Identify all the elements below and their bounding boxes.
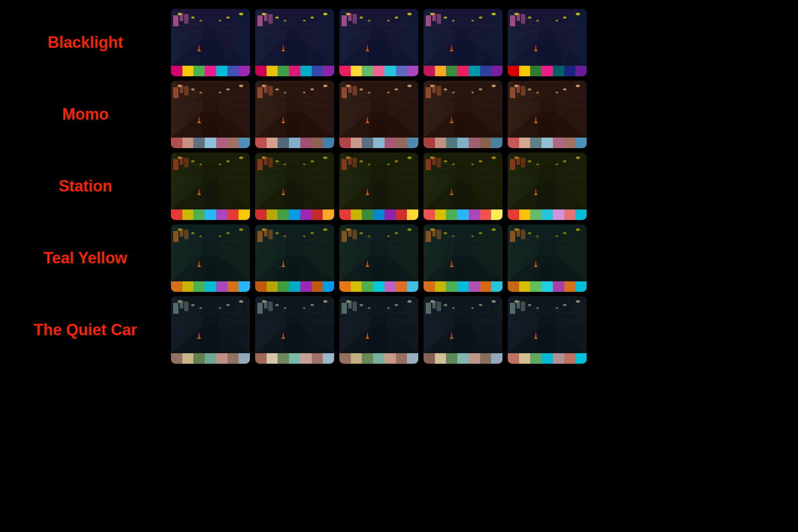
swatch-quiet-0-4 <box>216 353 228 364</box>
swatch-blacklight-4-1 <box>519 66 531 76</box>
svg-point-41 <box>284 20 286 21</box>
swatch-blacklight-0-5 <box>228 66 239 76</box>
svg-rect-531 <box>510 231 515 242</box>
card-momo-1[interactable] <box>255 81 334 148</box>
card-blacklight-1[interactable] <box>255 9 334 76</box>
card-teal-2[interactable] <box>339 224 418 292</box>
card-teal-0[interactable] <box>171 224 250 292</box>
card-momo-0[interactable] <box>171 81 250 148</box>
swatch-quiet-4-3 <box>542 353 553 364</box>
card-station-1[interactable] <box>255 153 334 220</box>
svg-rect-72 <box>342 15 347 26</box>
swatch-blacklight-2-5 <box>396 66 407 76</box>
svg-point-339 <box>407 156 412 159</box>
svg-rect-562 <box>197 338 201 339</box>
card-momo-3[interactable] <box>424 81 502 148</box>
svg-point-175 <box>275 89 279 91</box>
card-quiet-2[interactable] <box>339 296 418 364</box>
swatch-blacklight-2-0 <box>339 66 351 76</box>
card-quiet-1[interactable] <box>255 296 334 364</box>
swatch-station-1-6 <box>323 209 334 220</box>
swatch-teal-3-3 <box>457 281 469 292</box>
swatch-teal-2-1 <box>351 281 362 292</box>
svg-point-313 <box>310 160 314 163</box>
card-quiet-0[interactable] <box>171 296 250 364</box>
svg-rect-46 <box>264 13 267 21</box>
svg-rect-234 <box>426 87 431 98</box>
card-station-2[interactable] <box>339 153 418 220</box>
swatch-station-3-0 <box>424 209 435 220</box>
svg-point-634 <box>444 304 447 306</box>
card-blacklight-3[interactable] <box>424 9 502 76</box>
swatch-momo-2-0 <box>339 138 351 148</box>
card-image-quiet-3 <box>424 296 502 353</box>
card-blacklight-0[interactable] <box>171 9 250 76</box>
svg-point-501 <box>492 228 496 231</box>
svg-rect-613 <box>348 301 352 309</box>
card-teal-1[interactable] <box>255 224 334 292</box>
svg-point-583 <box>310 304 314 306</box>
swatch-station-2-5 <box>396 209 407 220</box>
svg-point-70 <box>395 17 398 19</box>
card-momo-2[interactable] <box>339 81 418 148</box>
svg-rect-208 <box>348 85 352 93</box>
svg-rect-666 <box>510 303 515 314</box>
swatch-momo-2-1 <box>351 138 362 148</box>
card-teal-4[interactable] <box>508 224 587 292</box>
swatch-station-1-2 <box>278 209 289 220</box>
swatch-blacklight-0-3 <box>205 66 216 76</box>
row-blacklight: Blacklight <box>0 9 798 76</box>
svg-rect-343 <box>348 157 352 165</box>
cards-container-quiet <box>171 296 587 364</box>
svg-point-152 <box>219 92 221 93</box>
svg-point-69 <box>407 13 412 15</box>
swatch-quiet-1-0 <box>255 353 267 364</box>
swatch-quiet-2-2 <box>362 353 373 364</box>
swatch-blacklight-4-3 <box>542 66 553 76</box>
svg-point-98 <box>471 20 474 21</box>
card-image-station-1 <box>255 153 334 209</box>
swatch-momo-3-4 <box>469 138 480 148</box>
swatches-station-3 <box>424 209 502 220</box>
svg-rect-479 <box>353 230 357 239</box>
svg-rect-535 <box>534 266 538 267</box>
swatch-teal-2-5 <box>396 281 407 292</box>
card-momo-4[interactable] <box>508 81 587 148</box>
swatch-quiet-1-6 <box>323 353 334 364</box>
swatch-station-0-6 <box>239 209 250 220</box>
card-blacklight-4[interactable] <box>508 9 587 76</box>
card-image-momo-2 <box>339 81 418 138</box>
svg-point-15 <box>239 13 243 15</box>
svg-point-177 <box>323 85 328 87</box>
card-image-station-3 <box>424 153 502 209</box>
card-station-4[interactable] <box>508 153 587 220</box>
card-station-3[interactable] <box>424 153 502 220</box>
swatch-station-2-3 <box>373 209 385 220</box>
svg-point-393 <box>576 156 580 159</box>
swatch-station-4-4 <box>553 209 564 220</box>
swatch-blacklight-3-6 <box>491 66 502 76</box>
swatches-teal-1 <box>255 281 334 292</box>
card-quiet-4[interactable] <box>508 296 587 364</box>
svg-rect-127 <box>517 13 520 21</box>
svg-rect-184 <box>281 122 285 123</box>
svg-point-530 <box>556 235 558 237</box>
swatch-blacklight-4-0 <box>508 66 519 76</box>
svg-rect-346 <box>366 194 369 195</box>
swatch-quiet-2-0 <box>339 353 351 364</box>
swatches-station-4 <box>508 209 587 220</box>
swatch-quiet-2-4 <box>385 353 396 364</box>
card-teal-3[interactable] <box>424 224 502 292</box>
svg-rect-344 <box>353 158 357 167</box>
swatch-teal-3-2 <box>446 281 457 292</box>
card-quiet-3[interactable] <box>424 296 502 364</box>
svg-point-95 <box>452 20 455 21</box>
card-station-0[interactable] <box>171 153 250 220</box>
card-image-station-0 <box>171 153 250 209</box>
svg-point-608 <box>368 307 370 309</box>
swatch-quiet-3-4 <box>469 353 480 364</box>
card-blacklight-2[interactable] <box>339 9 418 76</box>
swatches-teal-2 <box>339 281 418 292</box>
svg-rect-130 <box>534 50 538 51</box>
svg-point-259 <box>563 89 566 91</box>
